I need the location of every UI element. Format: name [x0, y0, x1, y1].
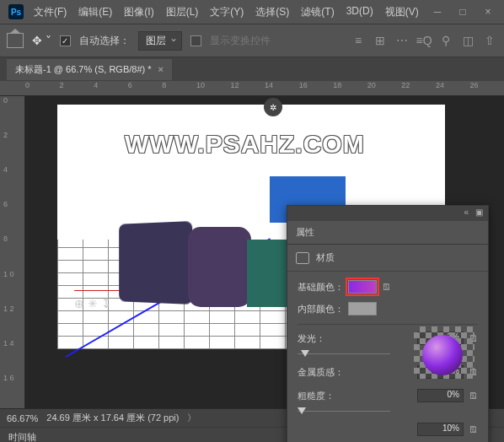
ruler-tick: 0	[25, 81, 60, 95]
auto-select-dropdown[interactable]: 图层	[138, 31, 182, 51]
more-icon[interactable]: ⋯	[394, 33, 410, 48]
panel-close-icon[interactable]: ▣	[475, 208, 483, 219]
options-bar: ✥ ˅ ✓ 自动选择： 图层 ✓ 显示变换控件 ≡ ⊞ ⋯ ≡Q ⚲ ◫ ⇧	[0, 24, 504, 57]
menu-select[interactable]: 选择(S)	[250, 2, 294, 23]
document-tabs: 未标题-1 @ 66.7% (S, RGB/8#) * ×	[0, 57, 504, 81]
inner-color-swatch[interactable]	[348, 302, 377, 315]
document-dimensions: 24.69 厘米 x 17.64 厘米 (72 ppi)	[46, 412, 179, 424]
ruler-tick: 24	[436, 81, 470, 95]
menu-view[interactable]: 视图(V)	[380, 2, 424, 23]
ruler-tick: 16	[299, 81, 334, 95]
auto-select-label: 自动选择：	[79, 34, 130, 48]
glow-label: 发光：	[298, 332, 357, 345]
panel-body: 基础颜色： 🖻 内部颜色： 发光： 3% 🖻 金属质感： 0% 🖻 粗糙度： 0…	[287, 272, 488, 442]
properties-panel: « ▣ 属性 材质 基础颜色： 🖻 内部颜色： 发光： 3% 🖻 金属质感： 0	[287, 205, 489, 442]
watermark-text: WWW.PSAHZ.COM	[125, 130, 365, 159]
ruler-tick: 22	[401, 81, 436, 95]
ruler-tick: 2	[60, 81, 94, 95]
roughness-slider[interactable]	[298, 407, 390, 416]
show-transform-checkbox[interactable]: ✓	[190, 35, 201, 46]
zoom-level[interactable]: 66.67%	[7, 413, 38, 423]
ruler-tick: 10	[196, 81, 231, 95]
roughness-label: 粗糙度：	[298, 390, 357, 402]
align-icon[interactable]: ≡	[351, 33, 366, 48]
inner-color-label: 内部颜色：	[298, 303, 348, 315]
3d-widget-icon[interactable]: ⊕ ✳ ↧	[74, 297, 111, 310]
tab-close-icon[interactable]: ×	[158, 64, 164, 74]
ruler-tick: 1 4	[0, 339, 24, 374]
document-tab[interactable]: 未标题-1 @ 66.7% (S, RGB/8#) * ×	[7, 59, 172, 80]
3d-letter-shape[interactable]	[188, 227, 251, 307]
home-icon[interactable]	[7, 33, 24, 48]
timeline-label: 时间轴	[8, 432, 36, 442]
texture-link-icon[interactable]: 🖻	[469, 391, 478, 401]
ruler-tick: 8	[162, 81, 196, 95]
window-controls: ─ □ ×	[425, 3, 501, 21]
tab-title: 未标题-1 @ 66.7% (S, RGB/8#) *	[15, 63, 152, 76]
divider	[298, 324, 478, 325]
panel-subtitle: 材质	[287, 245, 488, 272]
minimize-button[interactable]: ─	[425, 3, 450, 21]
ruler-tick: 18	[333, 81, 367, 95]
slider-thumb-icon[interactable]	[298, 407, 306, 414]
texture-link-icon[interactable]: 🖻	[382, 282, 391, 292]
close-button[interactable]: ×	[475, 3, 501, 21]
search-icon[interactable]: ⚲	[438, 33, 453, 48]
base-color-swatch[interactable]	[348, 280, 377, 294]
extra-value-input[interactable]: 10%	[417, 423, 464, 436]
mode-3d-icon[interactable]: ≡Q	[416, 33, 432, 48]
titlebar: Ps 文件(F) 编辑(E) 图像(I) 图层(L) 文字(Y) 选择(S) 滤…	[0, 0, 504, 24]
glow-slider[interactable]	[298, 350, 390, 358]
ruler-tick: 14	[265, 81, 299, 95]
ruler-tick: 1 0	[0, 270, 24, 305]
ruler-tick: 20	[367, 81, 402, 95]
app-logo: Ps	[8, 4, 24, 19]
slider-thumb-icon[interactable]	[301, 350, 309, 357]
roughness-value-input[interactable]: 0%	[417, 389, 464, 402]
base-color-label: 基础颜色：	[298, 281, 348, 294]
3d-letter-shape[interactable]	[119, 221, 192, 305]
material-icon	[296, 252, 309, 264]
menu-layer[interactable]: 图层(L)	[161, 2, 204, 23]
menu-file[interactable]: 文件(F)	[29, 2, 72, 23]
ruler-tick: 6	[0, 200, 24, 234]
panel-collapse-icon[interactable]: «	[464, 208, 469, 219]
ruler-tick: 1 2	[0, 305, 24, 339]
menu-image[interactable]: 图像(I)	[119, 2, 158, 23]
panel-subtitle-label: 材质	[316, 251, 335, 264]
ruler-tick: 2	[0, 131, 24, 165]
distribute-icon[interactable]: ⊞	[373, 33, 388, 48]
loading-indicator-icon: ✲	[264, 98, 282, 116]
ruler-tick: 4	[0, 165, 24, 200]
ruler-tick: 1 6	[0, 374, 24, 408]
panel-header: « ▣	[287, 206, 488, 221]
3d-letter-shape[interactable]	[247, 240, 289, 307]
ruler-tick: 6	[128, 81, 163, 95]
status-chevron-icon[interactable]: 〉	[187, 412, 196, 424]
main-menu: 文件(F) 编辑(E) 图像(I) 图层(L) 文字(Y) 选择(S) 滤镜(T…	[29, 2, 425, 23]
metal-label: 金属质感：	[298, 366, 357, 379]
screen-mode-icon[interactable]: ◫	[460, 33, 475, 48]
ruler-tick: 26	[470, 81, 504, 95]
menu-type[interactable]: 文字(Y)	[205, 2, 249, 23]
material-preview-sphere[interactable]	[422, 335, 463, 375]
menu-edit[interactable]: 编辑(E)	[73, 2, 117, 23]
move-tool-icon[interactable]: ✥ ˅	[32, 34, 51, 47]
show-transform-label: 显示变换控件	[210, 34, 271, 48]
ruler-tick: 12	[230, 81, 265, 95]
share-icon[interactable]: ⇧	[482, 33, 497, 48]
texture-link-icon[interactable]: 🖻	[469, 424, 478, 434]
panel-tab-properties[interactable]: 属性	[287, 221, 488, 245]
menu-3d[interactable]: 3D(D)	[341, 2, 378, 23]
ruler-tick: 4	[94, 81, 128, 95]
ruler-tick: 0	[0, 96, 24, 131]
vertical-ruler: 0 2 4 6 8 1 0 1 2 1 4 1 6	[0, 96, 25, 408]
horizontal-ruler: 0 2 4 6 8 10 12 14 16 18 20 22 24 26	[0, 81, 504, 96]
auto-select-checkbox[interactable]: ✓	[60, 35, 71, 46]
ruler-tick: 8	[0, 234, 24, 269]
maximize-button[interactable]: □	[450, 3, 475, 21]
menu-filter[interactable]: 滤镜(T)	[296, 2, 339, 23]
